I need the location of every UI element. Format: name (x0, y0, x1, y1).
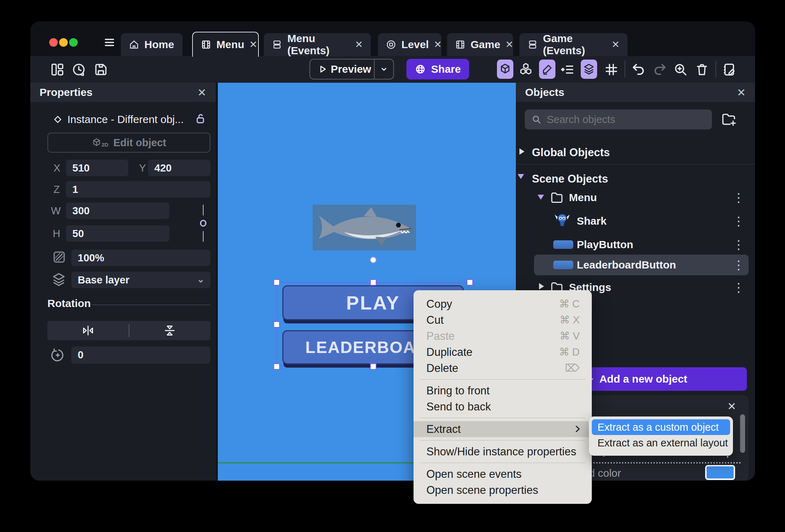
close-icon[interactable]: ✕ (727, 400, 736, 413)
save-button[interactable] (93, 62, 108, 77)
submenu-item-extract-external-layout[interactable]: Extract as an external layout (592, 435, 730, 451)
zoom-window-button[interactable] (69, 38, 78, 47)
menu-item-delete[interactable]: Delete⌦ (414, 360, 592, 376)
x-field[interactable]: 510 (66, 160, 128, 176)
instances-list-button[interactable] (560, 62, 575, 77)
tab-close-icon[interactable]: ✕ (434, 39, 442, 50)
menu-item-bring-to-front[interactable]: Bring to front (414, 383, 592, 399)
menu-item-paste[interactable]: Paste⌘ V (414, 328, 592, 344)
add-folder-button[interactable] (720, 111, 737, 128)
share-button[interactable]: Share (406, 59, 469, 80)
playbutton-thumbnail (553, 240, 573, 249)
selection-handle[interactable] (273, 279, 280, 286)
expand-arrow-icon[interactable] (519, 148, 524, 155)
menu-item-open-scene-events[interactable]: Open scene events (414, 466, 592, 482)
menu-item-extract[interactable]: Extract (414, 421, 592, 437)
row-menu-icon[interactable]: ⋮ (733, 213, 745, 230)
shark-sprite[interactable] (313, 205, 416, 250)
redo-button[interactable] (652, 62, 667, 77)
tab-game-events[interactable]: Game (Events) ✕ (519, 33, 627, 56)
edit-mode-button[interactable] (539, 60, 555, 79)
layout-panels-button[interactable] (50, 62, 65, 77)
preview-button[interactable]: Preview (309, 59, 394, 80)
preview-dropdown-button[interactable] (375, 64, 393, 74)
search-objects-input[interactable] (525, 109, 712, 129)
row-menu-icon[interactable]: ⋮ (733, 236, 745, 253)
tab-label: Home (144, 39, 174, 51)
layout-icon (50, 62, 65, 77)
h-field[interactable]: 50 (66, 225, 169, 242)
tab-close-icon[interactable]: ✕ (249, 39, 257, 50)
flip-vertical-button[interactable] (129, 323, 211, 338)
zoom-in-icon (673, 62, 688, 77)
tab-close-icon[interactable]: ✕ (611, 39, 620, 50)
row-menu-icon[interactable]: ⋮ (733, 256, 745, 273)
close-icon[interactable]: ✕ (197, 86, 206, 99)
scrollbar-thumb[interactable] (740, 414, 745, 453)
selection-handle[interactable] (370, 363, 376, 370)
tab-label: Menu (216, 39, 244, 51)
menu-item-send-to-back[interactable]: Send to back (414, 399, 592, 415)
menu-item-show-hide-instance-properties[interactable]: Show/Hide instance properties (414, 444, 592, 460)
tab-home[interactable]: Home (121, 33, 183, 56)
tree-item-menu-folder[interactable]: Menu (569, 189, 597, 206)
selection-handle[interactable] (370, 279, 376, 286)
collapse-arrow-icon[interactable] (518, 174, 524, 179)
link-line (203, 205, 204, 215)
global-objects-section[interactable]: Global Objects (532, 144, 610, 161)
selection-handle[interactable] (467, 279, 473, 286)
link-wh-icon[interactable] (196, 216, 210, 230)
selection-handle[interactable] (273, 321, 280, 328)
undo-button[interactable] (631, 62, 646, 77)
edit-scene-properties-button[interactable] (722, 62, 737, 77)
grid-icon (604, 62, 619, 77)
expand-arrow-icon[interactable] (539, 283, 544, 290)
grid-toggle-button[interactable] (604, 62, 619, 77)
tab-close-icon[interactable]: ✕ (355, 39, 363, 50)
tab-menu[interactable]: Menu ✕ (192, 32, 259, 57)
main-menu-button[interactable] (103, 36, 116, 48)
object-mode-button[interactable] (497, 60, 513, 79)
minimize-window-button[interactable] (59, 38, 68, 47)
collapse-arrow-icon[interactable] (538, 195, 544, 200)
zoom-in-button[interactable] (673, 62, 688, 77)
edit-object-button[interactable]: 2D Edit object (47, 133, 210, 153)
tab-close-icon[interactable]: ✕ (505, 39, 513, 50)
w-field[interactable]: 300 (66, 203, 169, 219)
z-field[interactable]: 1 (66, 181, 210, 198)
y-field[interactable]: 420 (148, 160, 210, 176)
menu-item-copy[interactable]: Copy⌘ C (414, 296, 592, 312)
rotation-field[interactable]: 0 (71, 347, 210, 364)
opacity-field[interactable]: 100% (71, 250, 210, 266)
tree-item-leaderboardbutton[interactable]: LeaderboardButton (577, 256, 676, 273)
menu-item-open-scene-properties[interactable]: Open scene properties (414, 482, 592, 498)
tree-item-playbutton[interactable]: PlayButton (577, 236, 633, 253)
tree-item-shark[interactable]: Shark (577, 213, 606, 230)
selection-handle[interactable] (273, 363, 280, 370)
flip-horizontal-button[interactable] (47, 323, 129, 338)
delete-button[interactable] (694, 62, 709, 77)
submenu-item-extract-custom-object[interactable]: Extract as a custom object (592, 419, 730, 435)
scene-objects-section[interactable]: Scene Objects (532, 170, 608, 188)
color-swatch[interactable] (705, 465, 735, 480)
menu-separator (420, 462, 585, 463)
tab-menu-events[interactable]: Menu (Events) ✕ (264, 33, 371, 56)
menu-item-duplicate[interactable]: Duplicate⌘ D (414, 344, 592, 360)
tab-level[interactable]: Level ✕ (378, 33, 441, 56)
scene-icon (455, 39, 466, 50)
row-menu-icon[interactable]: ⋮ (733, 189, 745, 206)
objects-groups-button[interactable] (518, 62, 533, 77)
tab-game[interactable]: Game ✕ (447, 33, 513, 56)
tab-label: Game (471, 39, 500, 51)
menu-item-cut[interactable]: Cut⌘ X (414, 312, 592, 328)
layers-panel-button[interactable] (581, 60, 597, 79)
close-window-button[interactable] (49, 38, 58, 47)
unlock-icon[interactable] (194, 112, 207, 126)
rotation-handle[interactable] (370, 257, 376, 263)
events-icon (272, 39, 282, 50)
close-icon[interactable]: ✕ (737, 86, 746, 99)
flip-vertical-icon (163, 323, 177, 338)
version-history-button[interactable] (71, 62, 86, 77)
layer-select[interactable]: Base layer ⌄ (71, 272, 210, 288)
row-menu-icon[interactable]: ⋮ (733, 279, 745, 296)
